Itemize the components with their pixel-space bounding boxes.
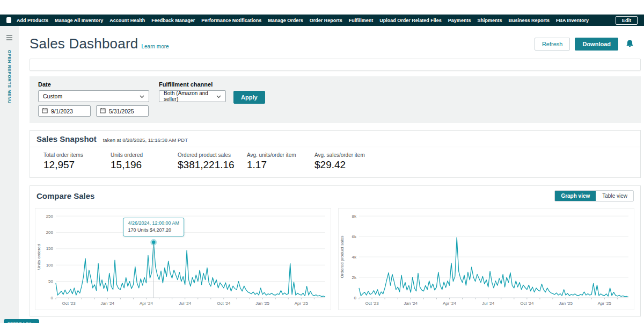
svg-text:Apr '24: Apr '24 bbox=[140, 301, 153, 306]
nav-item-business-reports[interactable]: Business Reports bbox=[508, 18, 550, 23]
svg-text:0: 0 bbox=[51, 296, 54, 300]
svg-text:Oct '23: Oct '23 bbox=[365, 301, 379, 306]
svg-text:100: 100 bbox=[46, 263, 54, 268]
svg-text:Oct '24: Oct '24 bbox=[217, 301, 231, 306]
learn-more-link[interactable]: Learn more bbox=[141, 44, 169, 49]
nav-item-upload-order-related-files[interactable]: Upload Order Related Files bbox=[379, 18, 442, 23]
compare-sales-title: Compare Sales bbox=[36, 191, 94, 200]
svg-text:250: 250 bbox=[46, 214, 54, 219]
date-filter-label: Date bbox=[38, 81, 149, 88]
nav-item-feedback-manager[interactable]: Feedback Manager bbox=[151, 18, 195, 23]
fulfillment-filter-group: Fulfillment channel Both (Amazon and sel… bbox=[159, 81, 226, 102]
svg-text:150: 150 bbox=[46, 246, 54, 251]
nav-item-fba-inventory[interactable]: FBA Inventory bbox=[556, 18, 589, 23]
chart-tooltip: 4/26/2024, 12:00:00 AM 170 Units $4,207.… bbox=[123, 218, 184, 236]
fulfillment-select[interactable]: Both (Amazon and seller) bbox=[159, 90, 226, 102]
nav-item-fulfillment[interactable]: Fulfillment bbox=[349, 18, 374, 23]
svg-text:Apr '25: Apr '25 bbox=[295, 301, 309, 306]
svg-text:Apr '25: Apr '25 bbox=[598, 301, 612, 306]
end-date-input[interactable]: 5/31/2025 bbox=[96, 105, 149, 117]
fulfillment-value: Both (Amazon and seller) bbox=[164, 90, 216, 102]
nav-item-payments[interactable]: Payments bbox=[448, 18, 471, 23]
ordered-product-sales-chart[interactable]: 02k4k6k8kOct '23Jan '24Apr '24Jul '24Oct… bbox=[338, 208, 634, 310]
charts-row: 050100150200250Oct '23Jan '24Apr '24Jul … bbox=[30, 205, 640, 316]
graph-view-button[interactable]: Graph view bbox=[555, 191, 596, 201]
svg-text:Ordered product sales: Ordered product sales bbox=[340, 235, 345, 278]
metric-ordered-product-sales: Ordered product sales $381,221.16 bbox=[178, 152, 247, 171]
svg-text:8k: 8k bbox=[352, 214, 357, 219]
filter-panel: Date Custom 9/1/2023 bbox=[30, 76, 641, 123]
svg-text:Jan '24: Jan '24 bbox=[404, 301, 418, 306]
header-actions: Refresh Download bbox=[535, 38, 642, 51]
units-ordered-chart[interactable]: 050100150200250Oct '23Jan '24Apr '24Jul … bbox=[35, 208, 331, 310]
svg-text:Units ordered: Units ordered bbox=[36, 244, 41, 270]
date-range-select[interactable]: Custom bbox=[38, 90, 149, 102]
nav-item-performance-notifications[interactable]: Performance Notifications bbox=[201, 18, 261, 23]
metric-avg-units-order-item: Avg. units/order item 1.17 bbox=[247, 152, 314, 171]
nav-item-add-products[interactable]: Add Products bbox=[17, 18, 48, 23]
chevron-down-icon bbox=[140, 93, 144, 99]
nav-item-manage-all-inventory[interactable]: Manage All Inventory bbox=[55, 18, 103, 23]
svg-text:Jan '25: Jan '25 bbox=[559, 301, 573, 306]
fulfillment-filter-label: Fulfillment channel bbox=[159, 81, 226, 88]
open-reports-menu-label[interactable]: OPEN REPORTS MENU bbox=[7, 50, 12, 104]
tooltip-value: 170 Units $4,207.20 bbox=[128, 227, 179, 234]
metric-total-order-items: Total order items 12,957 bbox=[43, 152, 111, 171]
svg-text:Oct '24: Oct '24 bbox=[520, 301, 534, 306]
svg-text:6k: 6k bbox=[352, 234, 357, 239]
page-header: Sales Dashboard Learn more Refresh Downl… bbox=[30, 26, 642, 52]
calendar-icon bbox=[100, 107, 106, 114]
hamburger-icon[interactable] bbox=[6, 34, 12, 41]
download-button[interactable]: Download bbox=[575, 38, 618, 51]
date-filter-group: Date Custom 9/1/2023 bbox=[38, 81, 149, 117]
top-navigation: Add Products Manage All Inventory Accoun… bbox=[0, 15, 644, 26]
svg-text:200: 200 bbox=[46, 230, 54, 235]
sales-snapshot-panel: Sales Snapshot taken at 8/28/2025, 11:16… bbox=[30, 130, 641, 178]
date-inputs-row: 9/1/2023 5/31/2025 bbox=[38, 105, 149, 117]
svg-text:Jan '24: Jan '24 bbox=[101, 301, 115, 306]
metric-units-ordered: Units ordered 15,196 bbox=[111, 152, 178, 171]
feedback-button[interactable]: FEEDBACK × bbox=[4, 319, 39, 323]
start-date-value: 9/1/2023 bbox=[51, 108, 73, 114]
calendar-icon bbox=[42, 107, 48, 114]
svg-text:Oct '23: Oct '23 bbox=[62, 301, 76, 306]
empty-alert-bar bbox=[30, 59, 641, 71]
refresh-button[interactable]: Refresh bbox=[535, 38, 570, 51]
snapshot-header: Sales Snapshot taken at 8/28/2025, 11:16… bbox=[30, 131, 640, 147]
date-range-value: Custom bbox=[43, 93, 62, 99]
svg-text:Jan '25: Jan '25 bbox=[255, 301, 269, 306]
svg-text:Jul '24: Jul '24 bbox=[179, 301, 191, 306]
nav-item-manage-orders[interactable]: Manage Orders bbox=[268, 18, 303, 23]
compare-sales-panel: Compare Sales Graph view Table view 0501… bbox=[30, 185, 641, 317]
page-title: Sales Dashboard bbox=[30, 35, 138, 52]
page: Add Products Manage All Inventory Accoun… bbox=[0, 15, 644, 323]
reports-menu-strip: OPEN REPORTS MENU bbox=[0, 26, 19, 323]
tooltip-date: 4/26/2024, 12:00:00 AM bbox=[128, 220, 179, 227]
chevron-down-icon bbox=[216, 93, 221, 99]
view-toggle: Graph view Table view bbox=[554, 190, 634, 202]
start-date-input[interactable]: 9/1/2023 bbox=[38, 105, 91, 117]
svg-text:0: 0 bbox=[354, 296, 357, 300]
sales-snapshot-title: Sales Snapshot bbox=[36, 134, 97, 143]
svg-text:2k: 2k bbox=[352, 275, 357, 280]
svg-text:Jul '24: Jul '24 bbox=[482, 301, 494, 306]
edit-button[interactable]: Edit bbox=[616, 16, 638, 25]
nav-item-account-health[interactable]: Account Health bbox=[109, 18, 145, 23]
nav-item-shipments[interactable]: Shipments bbox=[477, 18, 502, 23]
nav-menu: Add Products Manage All Inventory Accoun… bbox=[17, 18, 610, 23]
svg-text:4k: 4k bbox=[352, 255, 357, 260]
table-view-button[interactable]: Table view bbox=[596, 191, 633, 201]
notification-bell-icon[interactable] bbox=[625, 39, 634, 48]
nav-item-order-reports[interactable]: Order Reports bbox=[310, 18, 342, 23]
compare-sales-header: Compare Sales Graph view Table view bbox=[30, 186, 640, 205]
end-date-value: 5/31/2025 bbox=[109, 108, 134, 114]
metric-avg-sales-order-item: Avg. sales/order item $29.42 bbox=[314, 152, 365, 171]
main-content: Sales Dashboard Learn more Refresh Downl… bbox=[19, 26, 644, 323]
app-logo-icon[interactable] bbox=[6, 17, 11, 23]
metrics-row: Total order items 12,957 Units ordered 1… bbox=[30, 147, 640, 177]
svg-text:Apr '24: Apr '24 bbox=[443, 301, 457, 306]
snapshot-timestamp: taken at 8/28/2025, 11:16:38 AM PDT bbox=[103, 137, 188, 143]
svg-text:50: 50 bbox=[48, 279, 53, 284]
apply-button[interactable]: Apply bbox=[233, 91, 265, 104]
